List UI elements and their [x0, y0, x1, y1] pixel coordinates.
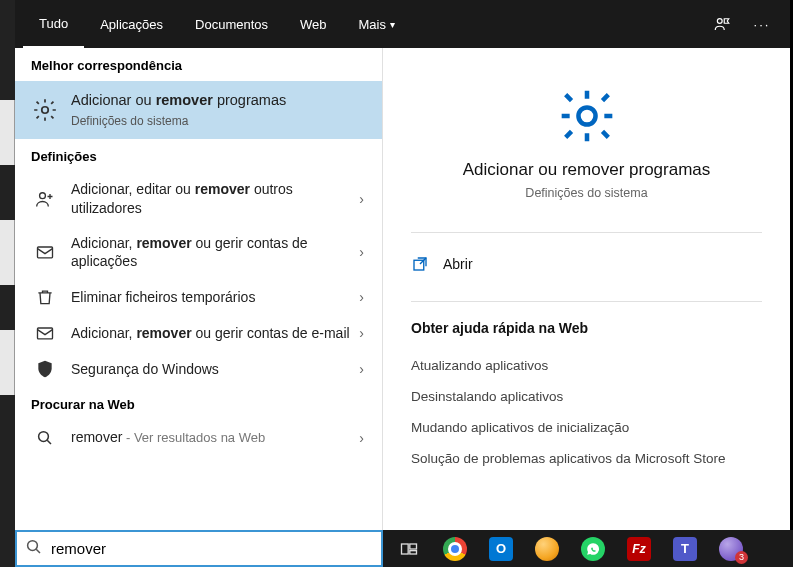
- chevron-right-icon[interactable]: ›: [353, 325, 370, 341]
- search-box[interactable]: [15, 530, 383, 567]
- background-window-stub: [0, 330, 15, 395]
- open-icon: [411, 255, 429, 273]
- section-settings: Definições: [15, 139, 382, 172]
- user-add-icon: [31, 189, 59, 209]
- svg-point-2: [40, 192, 46, 198]
- chevron-right-icon[interactable]: ›: [353, 430, 370, 446]
- taskbar-app-purple[interactable]: 3: [711, 533, 751, 565]
- taskbar-task-view[interactable]: [389, 533, 429, 565]
- result-item[interactable]: Adicionar, remover ou gerir contas de ap…: [15, 226, 382, 280]
- svg-rect-4: [38, 328, 53, 339]
- section-search-web: Procurar na Web: [15, 387, 382, 420]
- filezilla-icon: Fz: [627, 537, 651, 561]
- help-link[interactable]: Desinstalando aplicativos: [411, 381, 762, 412]
- search-input[interactable]: [43, 540, 373, 557]
- search-icon: [31, 429, 59, 447]
- svg-point-6: [578, 107, 595, 124]
- feedback-button[interactable]: [702, 0, 742, 48]
- tab-web[interactable]: Web: [284, 0, 343, 48]
- detail-hero: Adicionar ou remover programas Definiçõe…: [411, 66, 762, 222]
- help-link[interactable]: Mudando aplicativos de inicialização: [411, 412, 762, 443]
- web-search-result[interactable]: remover - Ver resultados na Web ›: [15, 420, 382, 455]
- taskbar-filezilla[interactable]: Fz: [619, 533, 659, 565]
- desktop-edge: [0, 0, 15, 567]
- detail-title: Adicionar ou remover programas: [463, 160, 711, 180]
- chevron-right-icon[interactable]: ›: [353, 191, 370, 207]
- open-action[interactable]: Abrir: [411, 251, 762, 291]
- trash-icon: [31, 287, 59, 307]
- chevron-right-icon[interactable]: ›: [353, 289, 370, 305]
- detail-panel: Adicionar ou remover programas Definiçõe…: [383, 48, 790, 530]
- section-best-match: Melhor correspondência: [15, 48, 382, 81]
- svg-rect-3: [38, 247, 53, 258]
- notification-badge: 3: [735, 551, 748, 564]
- tab-apps[interactable]: Aplicações: [84, 0, 179, 48]
- taskbar-app-orange[interactable]: [527, 533, 567, 565]
- background-window-stub: [0, 220, 15, 285]
- svg-rect-10: [410, 544, 417, 549]
- outlook-icon: O: [489, 537, 513, 561]
- search-icon: [25, 538, 43, 560]
- svg-point-0: [717, 19, 722, 24]
- results-panel: Melhor correspondência Adicionar ou remo…: [15, 48, 383, 530]
- svg-rect-11: [410, 550, 417, 553]
- help-link[interactable]: Solução de problemas aplicativos da Micr…: [411, 443, 762, 474]
- options-button[interactable]: ···: [742, 0, 782, 48]
- taskbar-teams[interactable]: T: [665, 533, 705, 565]
- more-icon: ···: [754, 17, 771, 32]
- help-section-title: Obter ajuda rápida na Web: [411, 320, 762, 336]
- chevron-right-icon[interactable]: ›: [353, 244, 370, 260]
- teams-icon: T: [673, 537, 697, 561]
- whatsapp-icon: [581, 537, 605, 561]
- result-item[interactable]: Adicionar, editar ou remover outros util…: [15, 172, 382, 226]
- detail-subtitle: Definições do sistema: [525, 186, 647, 200]
- task-view-icon: [399, 539, 419, 559]
- open-label: Abrir: [443, 256, 473, 272]
- taskbar: O Fz T 3: [383, 530, 793, 567]
- search-tabs: Tudo Aplicações Documentos Web Mais▾ ···: [15, 0, 790, 48]
- background-window-stub: [0, 100, 15, 165]
- mail-icon: [31, 242, 59, 262]
- svg-rect-9: [402, 544, 409, 554]
- taskbar-chrome[interactable]: [435, 533, 475, 565]
- best-match-result[interactable]: Adicionar ou remover programas Definiçõe…: [15, 81, 382, 139]
- svg-point-8: [28, 540, 38, 550]
- shield-icon: [31, 359, 59, 379]
- mail-icon: [31, 323, 59, 343]
- search-flyout: Tudo Aplicações Documentos Web Mais▾ ···…: [15, 0, 790, 530]
- chrome-icon: [443, 537, 467, 561]
- orange-app-icon: [535, 537, 559, 561]
- result-item[interactable]: Adicionar, remover ou gerir contas de e-…: [15, 315, 382, 351]
- divider: [411, 232, 762, 233]
- taskbar-outlook[interactable]: O: [481, 533, 521, 565]
- gear-large-icon: [555, 84, 619, 148]
- tab-more[interactable]: Mais▾: [343, 0, 411, 48]
- result-item[interactable]: Segurança do Windows ›: [15, 351, 382, 387]
- svg-point-1: [42, 107, 49, 114]
- help-link[interactable]: Atualizando aplicativos: [411, 350, 762, 381]
- chevron-down-icon: ▾: [390, 19, 395, 30]
- gear-icon: [31, 97, 59, 123]
- result-item[interactable]: Eliminar ficheiros temporários ›: [15, 279, 382, 315]
- taskbar-whatsapp[interactable]: [573, 533, 613, 565]
- person-feedback-icon: [713, 15, 731, 33]
- divider: [411, 301, 762, 302]
- chevron-right-icon[interactable]: ›: [353, 361, 370, 377]
- tab-all[interactable]: Tudo: [23, 0, 84, 48]
- tab-documents[interactable]: Documentos: [179, 0, 284, 48]
- svg-point-5: [39, 431, 49, 441]
